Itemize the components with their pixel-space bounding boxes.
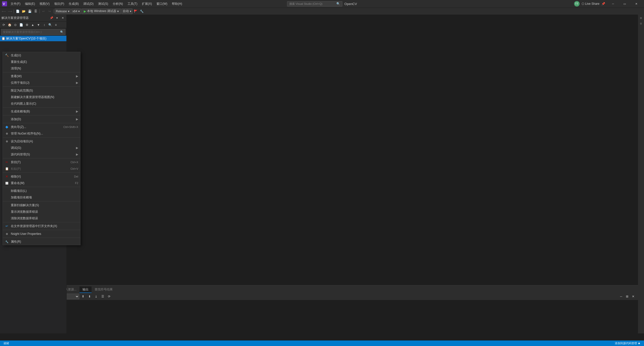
panel-toolbar: ⟳ 🏠 ⊙ 📄 ⚙ ▲ ▼ ↕ 🔍 ≡ [0,22,66,28]
ctx-code-map[interactable]: 在代码图上显示(C) [3,100,80,107]
panel-search-box[interactable]: 搜索解决方案资源管理器(Ctrl+;) 🔍 [1,29,65,35]
ctx-build-deps[interactable]: 生成依赖项(B) ▶ [3,108,80,115]
tab-find-symbol[interactable]: 查找符号结果 [92,286,116,293]
menu-analyze[interactable]: 分析(N) [111,1,125,7]
undo-button[interactable]: ↩ [41,9,46,14]
ctx-new-view[interactable]: 新建解决方案资源管理器视图(N) [3,94,80,100]
output-btn4[interactable]: ☰ [100,294,105,299]
menu-test[interactable]: 测试(S) [96,1,110,7]
ctx-rename[interactable]: ⬜ 重命名(M) F2 [3,180,80,186]
ctx-properties[interactable]: 🔧 属性(R) [3,238,80,245]
solution-root-item[interactable]: 📋 解决方案'OpenCV'(10 个项目) [0,36,66,41]
panel-arrow-button[interactable]: ▾ [55,16,59,20]
ctx-rename-shortcut: F2 [70,182,78,185]
menu-tools[interactable]: 工具(T) [126,1,139,7]
menu-edit[interactable]: 编辑(E) [23,1,37,7]
open-button[interactable]: 📂 [21,9,26,14]
output-min-btn[interactable]: ─ [618,294,624,299]
ctx-cut[interactable]: ✂ 剪切(T) Ctrl+X [3,159,80,165]
ctx-nuget[interactable]: ⚙ 管理 NuGet 程序包(N)... [3,130,80,137]
config-dropdown[interactable]: Release ▾ [55,9,71,14]
run-button[interactable]: ▶ 本地 Windows 调试器 ▾ [82,9,121,14]
menu-window[interactable]: 窗口(W) [154,1,169,7]
output-dock-btn[interactable]: ⊞ [624,294,630,299]
ctx-sep4 [3,115,80,115]
ctx-view-label: 查看(W) [11,74,22,78]
menu-project[interactable]: 项目(P) [52,1,66,7]
menu-build[interactable]: 生成(B) [67,1,81,7]
close-button[interactable]: ✕ [630,0,642,8]
panel-toolbar-btn5[interactable]: ⚙ [24,22,30,28]
panel-toolbar-btn9[interactable]: 🔍 [47,22,53,28]
ctx-source-control-arrow: ▶ [76,153,78,156]
panel-close-button[interactable]: ✕ [60,16,65,20]
output-close-btn[interactable]: ✕ [630,294,636,299]
new-project-button[interactable]: 📄 [15,9,20,14]
global-search[interactable]: 搜索 Visual Studio (Ctrl+Q) 🔍 [287,1,342,7]
title-bar: V 文件(F) 编辑(E) 视图(V) 项目(P) 生成(B) 调试(D) 测试… [0,0,644,8]
ctx-remove[interactable]: ✕ 移除(V) Del [3,173,80,180]
ctx-scope[interactable]: 限定为此范围(S) [3,87,80,94]
menu-debug[interactable]: 调试(D) [81,1,96,7]
ctx-view[interactable]: 查看(W) ▶ [3,73,80,79]
panel-toolbar-btn2[interactable]: 🏠 [7,22,12,28]
save-all-button[interactable]: 🗄 [33,9,38,14]
more-tools-button[interactable]: 🚩 [133,9,139,14]
output-btn1[interactable]: ⬆ [80,294,86,299]
ctx-open-folder[interactable]: ↩ 在文件资源管理器中打开文件夹(X) [3,223,80,229]
ctx-rebuild[interactable]: 重新生成(E) [3,59,80,65]
ctx-debug[interactable]: 调试(G) ▶ [3,145,80,151]
ctx-clean[interactable]: 清理(N) [3,65,80,72]
activity-btn1[interactable]: ⊞ [638,16,643,21]
ctx-view-arrow: ▶ [76,74,78,78]
ctx-startup-icon: ⚙ [4,140,9,143]
ctx-source-control[interactable]: 源代码管理(S) ▶ [3,151,80,158]
output-btn3[interactable]: ⤓ [93,294,99,299]
panel-toolbar-btn4[interactable]: 📄 [18,22,24,28]
panel-pin-button[interactable]: 📌 [49,16,54,20]
ctx-project-only[interactable]: 仅用于项目(J) ▶ [3,79,80,86]
restore-button[interactable]: ▭ [619,0,630,8]
user-avatar[interactable]: TT [574,1,580,7]
panel-toolbar-btn1[interactable]: ⟳ [1,22,7,28]
solution-label: 解决方案'OpenCV'(10 个项目) [6,36,46,41]
ctx-sep5 [3,123,80,123]
output-btn5[interactable]: ⟳ [106,294,112,299]
panel-toolbar-btn3[interactable]: ⊙ [13,22,18,28]
activity-btn2[interactable]: ⊟ [638,21,643,26]
status-source-control[interactable]: 添加到源代码管理 ★ [613,340,642,346]
undo-back-button[interactable]: ⟵ [1,9,7,14]
panel-toolbar-btn6[interactable]: ▲ [30,22,35,28]
menu-help[interactable]: 帮助(H) [170,1,184,7]
ctx-startup[interactable]: ⚙ 设为启动项目(A) [3,138,80,145]
redo-forward-button[interactable]: ⟶ [7,9,13,14]
ctx-load-deps[interactable]: 加载项目依赖项 [3,194,80,201]
menu-view[interactable]: 视图(V) [37,1,52,7]
panel-toolbar-more[interactable]: ≡ [53,22,59,28]
ctx-unload[interactable]: 卸载项目(L) [3,188,80,194]
ctx-add[interactable]: 添加(D) ▶ [3,116,80,122]
live-share-button[interactable]: ⬡ Live Share [582,2,599,6]
mode-dropdown[interactable]: 自动 ▾ [122,9,133,14]
save-button[interactable]: 💾 [27,9,32,14]
minimize-button[interactable]: ─ [607,0,619,8]
ctx-paste[interactable]: 📋 粘贴(P) Ctrl+V [3,165,80,172]
toolbar-extra[interactable]: 🔧 [139,9,145,14]
menu-file[interactable]: 文件(F) [9,1,22,7]
redo-button[interactable]: ↪ [47,9,52,14]
ctx-nsight[interactable]: ⚙ Nsight User Properties [3,231,80,237]
panel-toolbar-btn8[interactable]: ↕ [42,22,47,28]
ctx-clear-browse-errors[interactable]: 清除浏览数据库错误 [3,215,80,222]
panel-toolbar-btn7[interactable]: ▼ [36,22,41,28]
ctx-show-browse-errors[interactable]: 显示浏览数据库错误 [3,208,80,215]
window-controls: ─ ▭ ✕ [607,0,642,8]
ctx-build[interactable]: 🔨 生成(U) [3,52,80,59]
output-btn2[interactable]: ⬇ [87,294,92,299]
tab-output[interactable]: 输出 [79,286,92,293]
ctx-class-wizard[interactable]: 🔷 类向导(Z)... Ctrl+Shift+X [3,124,80,130]
status-ready[interactable]: 就绪 [2,340,11,346]
platform-dropdown[interactable]: x64 ▾ [71,9,81,14]
ctx-debug-arrow: ▶ [76,146,78,150]
menu-extensions[interactable]: 扩展(X) [140,1,154,7]
ctx-rescan[interactable]: 重新扫描解决方案(S) [3,202,80,208]
